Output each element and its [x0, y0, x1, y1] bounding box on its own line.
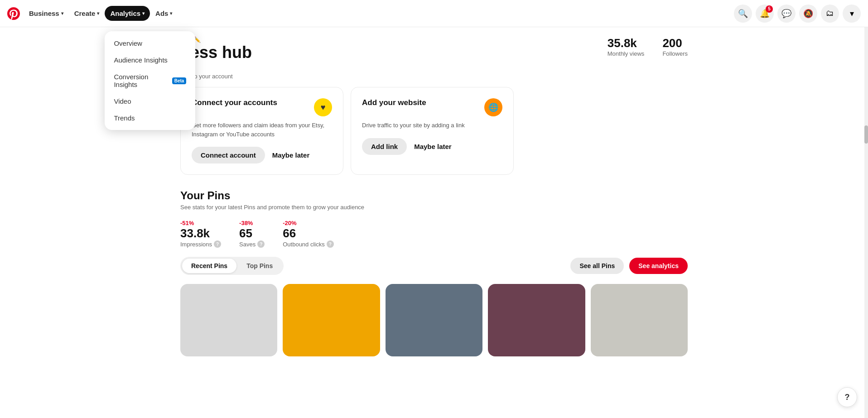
- card-desc-connect: Get more followers and claim ideas from …: [192, 121, 332, 139]
- main-content: amp ✏️ ness hub 35.8k Monthly views 200 …: [162, 27, 706, 365]
- navbar: Business ▾ Create ▾ Analytics ▾ Overview…: [0, 0, 868, 27]
- beta-badge: Beta: [172, 77, 187, 84]
- wallet-button[interactable]: 🗂: [821, 5, 839, 23]
- pins-section-title: Your Pins: [180, 189, 688, 202]
- stat-label-followers: Followers: [662, 50, 688, 57]
- saves-value: 65: [239, 226, 265, 240]
- dropdown-item-conversion-insights[interactable]: Conversion Insights Beta: [105, 68, 195, 93]
- outbound-info-icon[interactable]: ?: [327, 240, 334, 248]
- card-title-website: Add your website: [362, 98, 426, 107]
- card-header-connect: Connect your accounts ♥: [192, 98, 332, 116]
- chevron-down-icon: ▾: [170, 11, 172, 16]
- pin-thumbnail-2[interactable]: [283, 284, 380, 356]
- profile-title: ness hub: [180, 43, 608, 62]
- scrollbar-thumb[interactable]: [864, 125, 868, 144]
- account-button[interactable]: ▾: [843, 5, 861, 23]
- profile-subtitle: amp ✏️: [180, 36, 608, 43]
- analytics-dropdown: Overview Audience Insights Conversion In…: [105, 31, 195, 130]
- setup-cards: Connect your accounts ♥ Get more followe…: [180, 87, 688, 175]
- dropdown-label-trends: Trends: [114, 114, 135, 122]
- pins-tabs: Recent Pins Top Pins: [180, 257, 284, 275]
- dropdown-item-audience-insights[interactable]: Audience Insights: [105, 52, 195, 68]
- impressions-change: -51%: [180, 220, 221, 226]
- tab-recent-pins[interactable]: Recent Pins: [182, 259, 236, 273]
- connect-icon: ♥: [314, 98, 332, 116]
- dropdown-label-conversion-insights: Conversion Insights: [114, 73, 166, 88]
- dropdown-item-overview[interactable]: Overview: [105, 35, 195, 52]
- pin-stat-saves: -38% 65 Saves ?: [239, 220, 265, 248]
- card-title-connect: Connect your accounts: [192, 98, 277, 107]
- pin-thumbnail-3[interactable]: [386, 284, 482, 356]
- pins-section: Your Pins See stats for your latest Pins…: [180, 189, 688, 356]
- website-icon: 🌐: [484, 98, 502, 116]
- outbound-change: -20%: [283, 220, 334, 226]
- nav-item-ads[interactable]: Ads ▾: [150, 6, 178, 21]
- connect-account-button[interactable]: Connect account: [192, 147, 265, 163]
- notification-badge: 5: [766, 5, 773, 13]
- tabs-actions: See all Pins See analytics: [570, 258, 688, 274]
- chevron-down-icon: ▾: [61, 11, 63, 16]
- saves-info-icon[interactable]: ?: [257, 240, 265, 248]
- profile-title-area: amp ✏️ ness hub: [180, 36, 608, 62]
- chevron-down-icon: ▾: [142, 11, 145, 16]
- stat-followers: 200 Followers: [662, 36, 688, 57]
- pin-stat-outbound: -20% 66 Outbound clicks ?: [283, 220, 334, 248]
- dropdown-label-video: Video: [114, 97, 131, 105]
- card-desc-website: Drive traffic to your site by adding a l…: [362, 121, 502, 130]
- impressions-label: Impressions ?: [180, 240, 221, 248]
- search-button[interactable]: 🔍: [734, 5, 752, 23]
- card-actions-connect: Connect account Maybe later: [192, 147, 332, 163]
- chevron-down-icon: ▾: [97, 11, 99, 16]
- setup-section: Set up your account Connect your account…: [180, 73, 688, 175]
- nav-right: 🔍 🔔 5 💬 🔕 🗂 ▾: [734, 5, 861, 23]
- tabs-row: Recent Pins Top Pins See all Pins See an…: [180, 257, 688, 275]
- profile-header: amp ✏️ ness hub 35.8k Monthly views 200 …: [180, 36, 688, 62]
- stat-value-monthly-views: 35.8k: [608, 36, 645, 50]
- connect-accounts-card: Connect your accounts ♥ Get more followe…: [180, 87, 343, 175]
- stat-monthly-views: 35.8k Monthly views: [608, 36, 645, 57]
- alerts-button[interactable]: 🔕: [799, 5, 817, 23]
- tab-top-pins[interactable]: Top Pins: [237, 259, 282, 273]
- nav-item-create[interactable]: Create ▾: [69, 6, 105, 21]
- pin-thumbnail-4[interactable]: [488, 284, 585, 356]
- dropdown-item-trends[interactable]: Trends: [105, 110, 195, 126]
- pins-stats: -51% 33.8k Impressions ? -38% 65 Saves ?…: [180, 220, 688, 248]
- pin-grid: [180, 284, 688, 356]
- see-all-pins-button[interactable]: See all Pins: [570, 258, 624, 274]
- notifications-button[interactable]: 🔔 5: [756, 5, 774, 23]
- stat-value-followers: 200: [662, 36, 688, 50]
- nav-item-business[interactable]: Business ▾: [24, 6, 69, 21]
- pin-thumbnail-5[interactable]: [591, 284, 688, 356]
- nav-label-create: Create: [74, 10, 96, 17]
- website-maybe-later-button[interactable]: Maybe later: [414, 143, 452, 150]
- scrollbar[interactable]: [864, 0, 868, 365]
- nav-label-analytics: Analytics: [110, 10, 140, 17]
- pin-stat-impressions: -51% 33.8k Impressions ?: [180, 220, 221, 248]
- outbound-value: 66: [283, 226, 334, 240]
- outbound-label: Outbound clicks ?: [283, 240, 334, 248]
- saves-change: -38%: [239, 220, 265, 226]
- card-header-website: Add your website 🌐: [362, 98, 502, 116]
- pin-thumbnail-1[interactable]: [180, 284, 277, 356]
- impressions-value: 33.8k: [180, 226, 221, 240]
- see-analytics-button[interactable]: See analytics: [629, 258, 688, 274]
- saves-label: Saves ?: [239, 240, 265, 248]
- setup-label: Set up your account: [180, 73, 688, 80]
- stat-label-monthly-views: Monthly views: [608, 50, 645, 57]
- card-actions-website: Add link Maybe later: [362, 138, 502, 155]
- add-link-button[interactable]: Add link: [362, 138, 407, 155]
- dropdown-label-overview: Overview: [114, 39, 142, 47]
- pins-section-desc: See stats for your latest Pins and promo…: [180, 204, 688, 211]
- dropdown-item-video[interactable]: Video: [105, 93, 195, 110]
- add-website-card: Add your website 🌐 Drive traffic to your…: [351, 87, 514, 175]
- dropdown-label-audience-insights: Audience Insights: [114, 56, 167, 64]
- profile-stats: 35.8k Monthly views 200 Followers: [608, 36, 688, 57]
- nav-label-ads: Ads: [155, 10, 168, 17]
- nav-label-business: Business: [29, 10, 59, 17]
- connect-maybe-later-button[interactable]: Maybe later: [272, 151, 310, 159]
- impressions-info-icon[interactable]: ?: [214, 240, 221, 248]
- nav-item-analytics[interactable]: Analytics ▾: [105, 6, 150, 21]
- pinterest-logo[interactable]: [7, 7, 20, 20]
- messages-button[interactable]: 💬: [777, 5, 796, 23]
